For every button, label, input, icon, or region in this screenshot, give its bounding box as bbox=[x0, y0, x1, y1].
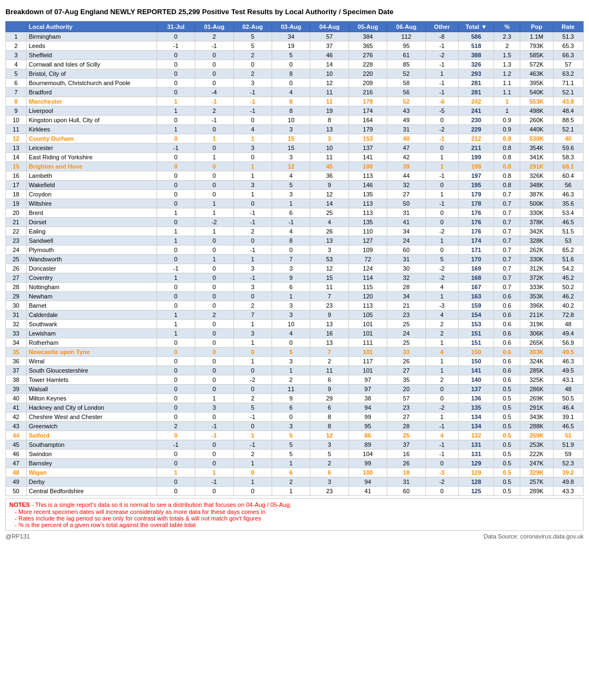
cell-total: 281 bbox=[458, 79, 494, 88]
cell-d4: 5 bbox=[272, 440, 310, 450]
cell-pct: 0.7 bbox=[494, 190, 520, 199]
cell-d6: 179 bbox=[348, 125, 387, 134]
cell-pct: 0.5 bbox=[494, 394, 520, 403]
cell-d1: 0 bbox=[157, 255, 195, 264]
cell-pct: 0.9 bbox=[494, 125, 520, 134]
cell-d3: -1 bbox=[233, 218, 272, 227]
outer-container: Breakdown of 07-Aug England NEWLY REPORT… bbox=[0, 0, 589, 545]
cell-other: -3 bbox=[425, 301, 458, 310]
cell-d3: -1 bbox=[233, 246, 272, 255]
cell-d4: 10 bbox=[272, 320, 310, 329]
cell-pop: 553K bbox=[520, 97, 553, 106]
cell-other: -2 bbox=[425, 51, 458, 60]
table-row: 14East Riding of Yorkshire01031114142119… bbox=[6, 153, 584, 162]
cell-pct: 1.2 bbox=[494, 69, 520, 79]
cell-d1: 0 bbox=[157, 385, 195, 394]
cell-d3: 0 bbox=[233, 348, 272, 357]
cell-rate: 52.1 bbox=[553, 88, 583, 97]
cell-d1: 0 bbox=[157, 134, 195, 143]
cell-num: 39 bbox=[6, 385, 27, 394]
cell-num: 49 bbox=[6, 477, 27, 487]
cell-pop: 291K bbox=[520, 162, 553, 171]
cell-d1: 0 bbox=[157, 292, 195, 301]
cell-pop: 354K bbox=[520, 143, 553, 153]
cell-d3: 1 bbox=[233, 357, 272, 366]
notes-line-item: - Rates include the lag period so are on… bbox=[15, 515, 580, 522]
cell-d7: 57 bbox=[387, 394, 425, 403]
cell-d4: 19 bbox=[272, 41, 310, 51]
cell-d2: 0 bbox=[195, 60, 233, 69]
cell-other: 1 bbox=[425, 292, 458, 301]
page-title: Breakdown of 07-Aug England NEWLY REPORT… bbox=[5, 5, 584, 18]
table-row: 2Leeds-1-15193736595-15182793K65.3 bbox=[6, 41, 584, 51]
cell-pct: 0.5 bbox=[494, 385, 520, 394]
cell-d3: 0 bbox=[233, 292, 272, 301]
table-row: 22Ealing11242611034-21760.7342K51.5 bbox=[6, 227, 584, 236]
cell-d1: 0 bbox=[157, 116, 195, 125]
cell-d5: 8 bbox=[310, 422, 348, 431]
cell-num: 30 bbox=[6, 301, 27, 310]
cell-d7: 42 bbox=[387, 153, 425, 162]
cell-total: 171 bbox=[458, 246, 494, 255]
cell-d3: 3 bbox=[233, 143, 272, 153]
cell-rate: 48 bbox=[553, 320, 583, 329]
cell-la: Tower Hamlets bbox=[26, 375, 157, 385]
cell-d4: 8 bbox=[272, 69, 310, 79]
cell-d2: 0 bbox=[195, 162, 233, 171]
cell-pop: 463K bbox=[520, 69, 553, 79]
cell-other: 4 bbox=[425, 283, 458, 292]
col-header-d6: 05-Aug bbox=[348, 22, 387, 32]
col-header-d7: 06-Aug bbox=[387, 22, 425, 32]
cell-d6: 153 bbox=[348, 134, 387, 143]
cell-rate: 46.4 bbox=[553, 403, 583, 412]
cell-d3: 5 bbox=[233, 403, 272, 412]
cell-rate: 53.4 bbox=[553, 208, 583, 218]
cell-total: 586 bbox=[458, 32, 494, 41]
cell-d5: 46 bbox=[310, 51, 348, 60]
cell-d4: 8 bbox=[272, 97, 310, 106]
col-header-other: Other bbox=[425, 22, 458, 32]
cell-d7: 56 bbox=[387, 88, 425, 97]
cell-d3: 0 bbox=[233, 60, 272, 69]
cell-total: 150 bbox=[458, 357, 494, 366]
cell-d6: 113 bbox=[348, 208, 387, 218]
cell-d2: 0 bbox=[195, 385, 233, 394]
cell-total: 163 bbox=[458, 292, 494, 301]
cell-d3: 1 bbox=[233, 255, 272, 264]
cell-la: Nottingham bbox=[26, 283, 157, 292]
cell-other: 1 bbox=[425, 153, 458, 162]
cell-d2: 0 bbox=[195, 69, 233, 79]
cell-pop: 585K bbox=[520, 51, 553, 60]
table-row: 15Brighton and Hove00112451003911980.829… bbox=[6, 162, 584, 171]
cell-d7: 33 bbox=[387, 348, 425, 357]
cell-num: 27 bbox=[6, 273, 27, 283]
cell-d2: 0 bbox=[195, 181, 233, 190]
cell-d4: 12 bbox=[272, 162, 310, 171]
cell-d6: 135 bbox=[348, 190, 387, 199]
cell-d5: 3 bbox=[310, 477, 348, 487]
cell-num: 28 bbox=[6, 283, 27, 292]
cell-other: 2 bbox=[425, 320, 458, 329]
col-header-d4: 03-Aug bbox=[272, 22, 310, 32]
table-row: 6Bournemouth, Christchurch and Poole0030… bbox=[6, 79, 584, 88]
cell-d7: 50 bbox=[387, 199, 425, 208]
cell-rate: 54.2 bbox=[553, 264, 583, 273]
cell-d1: 0 bbox=[157, 357, 195, 366]
cell-num: 37 bbox=[6, 366, 27, 375]
table-row: 42Cheshire West and Chester00-1089927113… bbox=[6, 412, 584, 422]
cell-total: 178 bbox=[458, 199, 494, 208]
cell-d2: 0 bbox=[195, 412, 233, 422]
cell-other: -2 bbox=[425, 227, 458, 236]
cell-la: Barnet bbox=[26, 301, 157, 310]
cell-other: 2 bbox=[425, 375, 458, 385]
cell-d4: 0 bbox=[272, 338, 310, 348]
cell-d4: 0 bbox=[272, 79, 310, 88]
cell-rate: 65.3 bbox=[553, 41, 583, 51]
cell-d4: 4 bbox=[272, 227, 310, 236]
cell-d7: 28 bbox=[387, 283, 425, 292]
cell-d7: 25 bbox=[387, 431, 425, 440]
cell-num: 38 bbox=[6, 375, 27, 385]
cell-rate: 53 bbox=[553, 236, 583, 246]
cell-d6: 113 bbox=[348, 199, 387, 208]
cell-d7: 30 bbox=[387, 264, 425, 273]
